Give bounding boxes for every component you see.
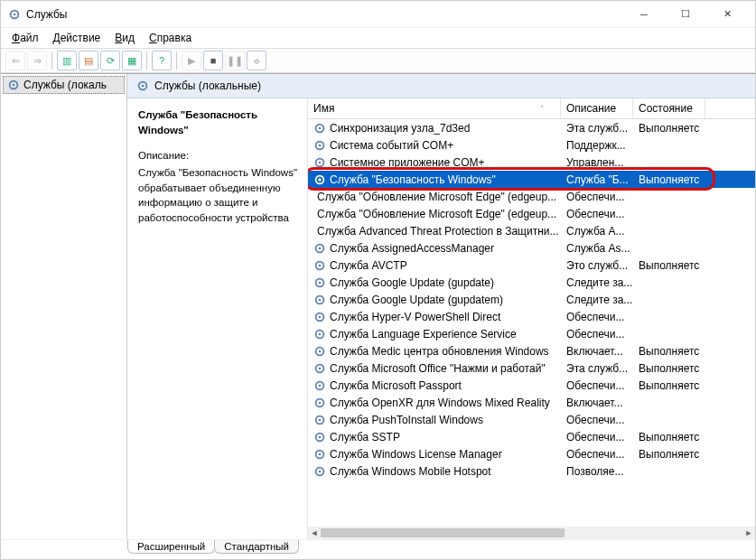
svg-point-9 [319, 144, 322, 146]
menubar: Файл Действие Вид Справка [1, 28, 755, 48]
svg-point-25 [319, 281, 322, 284]
svg-point-33 [319, 350, 322, 352]
cell-desc: Следите за... [561, 294, 633, 306]
svg-point-37 [319, 384, 322, 387]
svg-point-21 [319, 247, 322, 249]
tree-root[interactable]: Службы (локаль [3, 76, 125, 94]
table-row[interactable]: Служба "Обновление Microsoft Edge" (edge… [308, 205, 755, 222]
window-title: Службы [26, 8, 67, 21]
svg-point-7 [319, 126, 322, 129]
cell-name: Служба Windows Mobile Hotspot [308, 465, 561, 478]
start-button[interactable]: ▶ [182, 51, 201, 70]
table-row[interactable]: Служба Language Experience ServiceОбеспе… [308, 325, 755, 342]
right-pane: Службы (локальные) Служба "Безопасность … [127, 74, 755, 539]
svg-point-13 [319, 178, 322, 181]
svg-point-43 [319, 435, 322, 438]
toolbar: ⇐ ⇒ ▥ ▤ ⟳ ▦ ? ▶ ■ ❚❚ ⟐ [1, 48, 755, 73]
col-description[interactable]: Описание [561, 98, 633, 118]
cell-state: Выполняетс [633, 448, 705, 461]
table-row[interactable]: Синхронизация узла_7d3edЭта служб...Выпо… [308, 119, 755, 136]
service-gear-icon [313, 431, 326, 443]
export-button[interactable]: ▤ [79, 51, 98, 70]
table-row[interactable]: Служба Google Update (gupdatem)Следите з… [308, 291, 755, 308]
table-row[interactable]: Служба Microsoft PassportОбеспечи...Выпо… [308, 377, 755, 394]
tab-extended[interactable]: Расширенный [127, 540, 215, 554]
table-row[interactable]: Служба SSTPОбеспечи...Выполняетс [308, 428, 755, 445]
horizontal-scrollbar[interactable]: ◄ ► [308, 527, 755, 539]
cell-name: Служба SSTP [308, 431, 561, 443]
service-gear-icon [313, 448, 326, 461]
col-state[interactable]: Состояние [633, 98, 705, 118]
forward-button[interactable]: ⇒ [27, 51, 47, 70]
table-row[interactable]: Служба Windows Mobile HotspotПозволяе... [308, 462, 755, 480]
list-header: Имя ˄ Описание Состояние [308, 98, 755, 119]
service-gear-icon [313, 379, 326, 392]
cell-desc: Обеспечи... [561, 448, 633, 461]
svg-point-31 [319, 332, 322, 335]
cell-desc: Управлен... [561, 156, 633, 169]
cell-desc: Эта служб... [561, 362, 633, 375]
cell-name: Служба OpenXR для Windows Mixed Reality [308, 397, 561, 409]
table-row[interactable]: Служба PushToInstall WindowsОбеспечи... [308, 411, 755, 428]
table-row[interactable]: Служба Windows License ManagerОбеспечи..… [308, 445, 755, 462]
cell-desc: Служба A... [561, 225, 633, 238]
client-area: Службы (локаль Службы (локальные) Служба… [1, 73, 755, 539]
table-row[interactable]: Служба Google Update (gupdate)Следите за… [308, 274, 755, 291]
table-row[interactable]: Служба "Безопасность Windows"Служба "Б..… [308, 171, 755, 188]
cell-desc: Обеспечи... [561, 431, 633, 443]
pause-button[interactable]: ❚❚ [225, 51, 245, 70]
tree-gear-icon [7, 79, 20, 91]
show-hide-button[interactable]: ▥ [57, 51, 77, 70]
service-gear-icon [313, 173, 326, 186]
menu-action[interactable]: Действие [46, 30, 108, 46]
help-button[interactable]: ? [152, 51, 172, 70]
stop-button[interactable]: ■ [203, 51, 223, 70]
properties-button[interactable]: ▦ [122, 51, 142, 70]
description-text: Служба "Безопасность Windows" обрабатыва… [138, 165, 298, 226]
cell-state: Выполняетс [633, 362, 705, 375]
cell-name: Система событий COM+ [308, 139, 561, 152]
cell-desc: Эта служб... [561, 122, 633, 135]
table-row[interactable]: Системное приложение COM+Управлен... [308, 154, 755, 171]
table-row[interactable]: Служба Microsoft Office "Нажми и работай… [308, 359, 755, 377]
svg-point-5 [142, 85, 145, 88]
cell-name: Служба AVCTP [308, 259, 561, 272]
menu-view[interactable]: Вид [107, 30, 142, 46]
back-button[interactable]: ⇐ [5, 51, 25, 70]
table-row[interactable]: Служба Hyper-V PowerShell DirectОбеспечи… [308, 308, 755, 325]
service-gear-icon [313, 276, 326, 289]
svg-point-29 [319, 315, 322, 318]
table-row[interactable]: Служба "Обновление Microsoft Edge" (edge… [308, 188, 755, 205]
maximize-button[interactable]: ☐ [665, 2, 706, 27]
service-gear-icon [313, 122, 326, 135]
cell-desc: Обеспечи... [561, 191, 633, 203]
col-name[interactable]: Имя ˄ [308, 98, 561, 118]
cell-name: Системное приложение COM+ [308, 156, 561, 169]
table-row[interactable]: Система событий COM+Поддержк... [308, 136, 755, 154]
table-row[interactable]: Служба AVCTPЭто служб...Выполняетс [308, 257, 755, 274]
close-button[interactable]: ✕ [706, 2, 748, 27]
svg-point-3 [13, 84, 15, 87]
cell-state: Выполняетс [633, 379, 705, 392]
svg-point-11 [319, 161, 322, 163]
table-row[interactable]: Служба OpenXR для Windows Mixed RealityВ… [308, 394, 755, 411]
cell-desc: Обеспечи... [561, 414, 633, 426]
service-gear-icon [313, 311, 326, 323]
svg-point-27 [319, 298, 322, 301]
menu-help[interactable]: Справка [142, 30, 199, 46]
minimize-button[interactable]: ─ [623, 2, 665, 27]
list-rows: Синхронизация узла_7d3edЭта служб...Выпо… [308, 119, 755, 527]
cell-name: Служба Google Update (gupdatem) [308, 294, 561, 306]
table-row[interactable]: Служба Medic центра обновления WindowsВк… [308, 342, 755, 359]
table-row[interactable]: Служба Advanced Threat Protection в Защи… [308, 222, 755, 239]
refresh-button[interactable]: ⟳ [100, 51, 120, 70]
restart-button[interactable]: ⟐ [247, 51, 266, 70]
cell-name: Служба Microsoft Office "Нажми и работай… [308, 362, 561, 375]
service-gear-icon [313, 259, 326, 272]
service-gear-icon [313, 139, 326, 152]
cell-state: Выполняетс [633, 122, 705, 135]
menu-file[interactable]: Файл [5, 30, 46, 46]
table-row[interactable]: Служба AssignedAccessManagerСлужба As... [308, 239, 755, 257]
cell-name: Служба Language Experience Service [308, 328, 561, 341]
tab-standard[interactable]: Стандартный [214, 540, 299, 554]
